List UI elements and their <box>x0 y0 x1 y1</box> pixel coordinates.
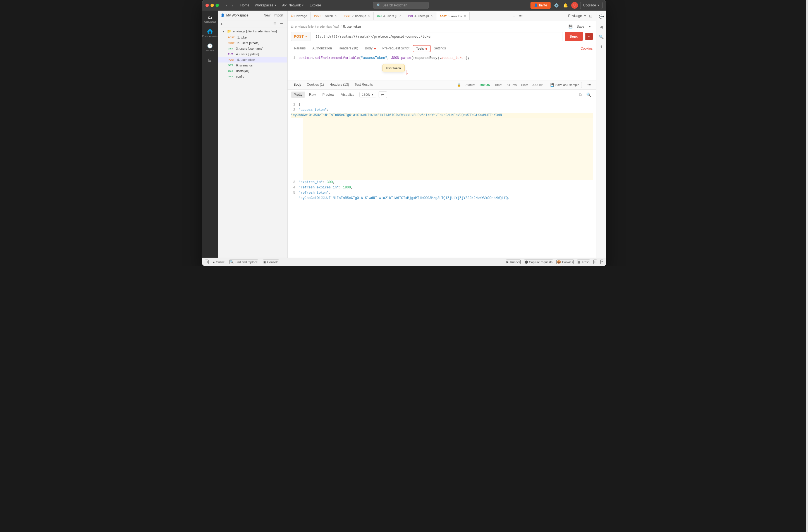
back-button[interactable]: ‹ <box>224 2 229 8</box>
code-line-1: 1 postman.setEnvironmentVariable("access… <box>291 56 593 60</box>
trash-icon: 🗑 <box>578 260 581 264</box>
rbody-tab-raw[interactable]: Raw <box>306 92 318 98</box>
req-tab-tests[interactable]: Tests <box>412 45 430 52</box>
sidebar-item-history[interactable]: 🕐 History <box>203 41 217 54</box>
save-dropdown-icon[interactable]: ▼ <box>587 24 593 29</box>
cookies-link[interactable]: Cookies <box>581 47 592 51</box>
request-item-users-all[interactable]: GET users [all] <box>218 68 287 74</box>
cookies-bottom-button[interactable]: 🍪 Cookies <box>556 260 574 264</box>
help-button[interactable]: ? <box>600 260 603 264</box>
notification-icon[interactable]: 🔔 <box>562 2 569 8</box>
rbody-tab-visualize[interactable]: Visualize <box>338 92 357 98</box>
right-icons-panel: 💬 ◀ 🔍 ℹ <box>596 11 606 258</box>
req-tab-body[interactable]: Body <box>362 44 379 53</box>
req-tab-params[interactable]: Params <box>291 44 309 53</box>
more-tabs-button[interactable]: ••• <box>517 13 524 19</box>
req-tab-settings[interactable]: Settings <box>430 44 449 53</box>
request-item-6-scenarios[interactable]: GET 6. scenarios <box>218 62 287 68</box>
forward-button[interactable]: › <box>230 2 235 8</box>
settings-icon[interactable]: ⚙️ <box>553 2 560 8</box>
resp-tab-test-results[interactable]: Test Results <box>352 80 375 89</box>
request-name: users [all] <box>236 69 249 73</box>
filter-icon[interactable]: ⇌ <box>379 91 387 98</box>
sidebar-item-collections[interactable]: 🗂 Collections <box>203 13 217 26</box>
breadcrumb-collection[interactable]: envizage [client credentials flow] <box>295 25 339 28</box>
fullscreen-button[interactable] <box>216 4 219 7</box>
save-as-example-button[interactable]: 💾 Save as Example <box>548 82 582 88</box>
url-input[interactable] <box>313 32 563 41</box>
request-item-2-users-create[interactable]: POST 2. users [create] <box>218 40 287 46</box>
more-options-icon[interactable]: ••• <box>279 21 284 26</box>
method-select[interactable]: POST ▼ <box>291 32 310 41</box>
tab-4-users[interactable]: PUT 4. users [u ✕ <box>405 12 436 20</box>
request-item-5-user-token[interactable]: POST 5. user token <box>218 57 287 62</box>
layout-icon[interactable]: ⊡ <box>588 13 593 19</box>
save-label[interactable]: Save <box>575 24 585 29</box>
grid-layout-button[interactable]: ⊞ <box>593 260 597 264</box>
sidebar-item-other[interactable]: ⊞ <box>203 55 217 65</box>
right-panel-icon-2[interactable]: ◀ <box>598 23 604 31</box>
search-box[interactable]: 🔍 Search Postman <box>373 2 429 9</box>
tab-5-user-token[interactable]: POST 5. user tok ✕ <box>436 12 470 20</box>
tab-envizage[interactable]: ⊡ Envizage <box>288 12 311 20</box>
right-panel-icon-3[interactable]: 🔍 <box>597 33 605 41</box>
menu-api-network[interactable]: API Network ▼ <box>282 3 304 7</box>
tab-2-users[interactable]: POST 2. users [c ✕ <box>340 12 373 20</box>
tab-1-token[interactable]: POST 1. token ✕ <box>311 12 341 20</box>
runner-button[interactable]: ▶ Runner <box>506 260 520 264</box>
minimize-button[interactable] <box>210 4 214 7</box>
chevron-down-icon[interactable]: ▼ <box>584 14 587 17</box>
rbody-tab-pretty[interactable]: Pretty <box>291 92 305 98</box>
right-panel-icon-1[interactable]: 💬 <box>597 13 605 21</box>
trash-button[interactable]: 🗑 Trash <box>577 260 590 264</box>
resp-tab-body[interactable]: Body <box>291 80 304 89</box>
req-tab-authorization[interactable]: Authorization <box>309 44 335 53</box>
close-button[interactable] <box>205 4 209 7</box>
save-icon: 💾 <box>550 83 554 87</box>
more-response-options-icon[interactable]: ••• <box>586 81 593 88</box>
resp-tab-headers[interactable]: Headers (13) <box>327 80 352 89</box>
tab-close-icon[interactable]: ✕ <box>399 14 402 17</box>
menu-workspaces[interactable]: Workspaces ▼ <box>255 3 277 7</box>
collection-name: envizage [client credentials flow] <box>233 30 277 33</box>
import-button[interactable]: Import <box>273 13 284 18</box>
right-panel-icon-4[interactable]: ℹ <box>599 43 604 51</box>
send-button[interactable]: Send <box>565 32 583 41</box>
rbody-tab-preview[interactable]: Preview <box>320 92 337 98</box>
request-item-4-users-update[interactable]: PUT 4. users [update] <box>218 51 287 57</box>
menu-explore[interactable]: Explore <box>310 3 321 7</box>
avatar[interactable]: U <box>571 2 578 8</box>
menu-home[interactable]: Home <box>240 3 249 7</box>
add-tab-button[interactable]: + <box>512 13 516 19</box>
list-view-icon[interactable]: ☰ <box>272 21 277 26</box>
find-replace-button[interactable]: 🔍 Find and replace <box>229 260 258 264</box>
json-response-body[interactable]: 1 { 2 "access_token": "eyJhbGciOiJSUzI1N… <box>288 100 596 258</box>
req-tab-headers[interactable]: Headers (10) <box>335 44 362 53</box>
search-response-icon[interactable]: 🔍 <box>585 92 593 98</box>
save-icon[interactable]: 💾 <box>567 24 574 29</box>
req-tab-pre-request[interactable]: Pre-request Script <box>379 44 413 53</box>
copy-button[interactable]: ⧉ <box>577 92 584 98</box>
sidebar-item-environments[interactable]: 🌐 Environments <box>203 27 217 40</box>
collection-envizage[interactable]: ▼ 📁 envizage [client credentials flow] <box>218 28 287 35</box>
request-item-1-token[interactable]: POST 1. token <box>218 35 287 40</box>
capture-requests-button[interactable]: ⬤ Capture requests <box>524 260 553 264</box>
console-button[interactable]: ▣ Console <box>263 260 279 264</box>
tab-close-icon[interactable]: ✕ <box>464 15 466 18</box>
request-item-config[interactable]: GET config <box>218 74 287 79</box>
tab-3-users[interactable]: GET 3. users [u ✕ <box>373 12 405 20</box>
tab-close-icon[interactable]: ✕ <box>368 14 370 17</box>
resp-tab-cookies[interactable]: Cookies (1) <box>304 80 327 89</box>
invite-button[interactable]: 👤 Invite <box>531 2 551 8</box>
send-dropdown-button[interactable]: ▼ <box>585 33 593 40</box>
request-item-3-users-username[interactable]: GET 3. users [username] <box>218 46 287 51</box>
time-label: Time: <box>494 83 502 87</box>
new-button[interactable]: New <box>262 13 271 18</box>
upgrade-button[interactable]: Upgrade ▼ <box>580 2 603 9</box>
tab-close-icon[interactable]: ✕ <box>430 14 433 17</box>
tab-close-icon[interactable]: ✕ <box>334 14 337 17</box>
format-select[interactable]: JSON ▼ <box>359 92 376 97</box>
sidebar-label-history: History <box>206 49 214 52</box>
layout-toggle-button[interactable]: ⊡ <box>205 260 208 264</box>
add-collection-icon[interactable]: + <box>221 22 223 26</box>
